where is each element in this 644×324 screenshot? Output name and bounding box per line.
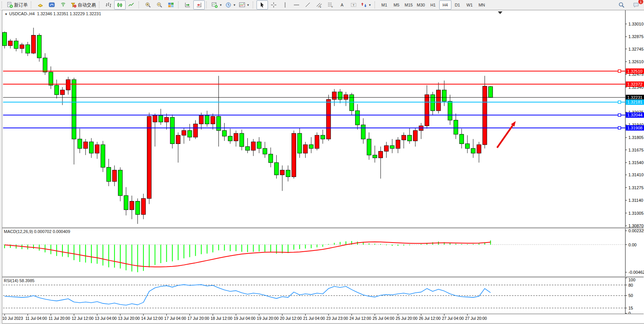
fibonacci-button[interactable]: F: [325, 0, 336, 10]
candle-body: [274, 163, 279, 175]
timeframe-d1[interactable]: D1: [451, 0, 464, 10]
price-tag-label: 1.32231: [627, 95, 642, 100]
candles: [3, 28, 493, 224]
timeframe-w1-label: W1: [466, 3, 473, 7]
candle-body: [170, 117, 174, 144]
trendline-button[interactable]: [302, 0, 314, 10]
vertical-line-button[interactable]: [279, 0, 291, 10]
candle-body: [211, 117, 215, 124]
candle-body: [8, 41, 13, 46]
timeframe-h4-label: H4: [443, 3, 448, 7]
macd-panel-plot[interactable]: 0.0023250.00-0.004624: [0, 228, 644, 276]
chevron-down-icon[interactable]: ▼: [219, 3, 222, 7]
line-chart-button[interactable]: [126, 0, 137, 10]
candle-body: [83, 142, 88, 148]
channel-icon: E: [316, 2, 322, 8]
equidistant-channel-button[interactable]: E: [314, 0, 325, 10]
chart-menu-icon[interactable]: ▼: [5, 13, 8, 16]
horizontal-line-button[interactable]: [291, 0, 302, 10]
candle-body: [124, 196, 128, 210]
time-tick-label: 18 Jul 12:00: [210, 316, 232, 321]
candlestick-button[interactable]: [114, 0, 126, 10]
autotrading-button[interactable]: 自动交易: [69, 0, 97, 10]
candle-body: [61, 90, 65, 94]
zoom-out-button[interactable]: [154, 0, 165, 10]
candle-body: [95, 145, 99, 153]
chart-shift-icon: [196, 2, 202, 8]
new-order-button[interactable]: 新订单: [5, 0, 29, 10]
periods-button[interactable]: ▼: [224, 0, 238, 10]
chart-shift-marker[interactable]: [498, 11, 502, 14]
candle-body: [251, 142, 255, 150]
candle-body: [367, 139, 371, 155]
main-chart-plot[interactable]: 1.330101.328751.327451.326101.324751.323…: [0, 10, 644, 227]
cursor-button[interactable]: [257, 0, 268, 10]
text-icon: A: [339, 2, 345, 8]
candle-body: [477, 145, 481, 153]
arrows-button[interactable]: ▼: [359, 0, 373, 10]
line-handle[interactable]: [618, 101, 621, 104]
text-label-button[interactable]: T: [348, 0, 359, 10]
notifications-button[interactable]: 1: [630, 0, 642, 10]
trend-arrow[interactable]: [497, 125, 513, 148]
time-tick-label: 27 Jul 20:00: [465, 316, 487, 321]
candle-body: [130, 201, 134, 210]
toolbar-grip[interactable]: [2, 2, 4, 8]
tile-windows-button[interactable]: [165, 0, 177, 10]
templates-button[interactable]: ▼: [238, 0, 251, 10]
candle-body: [373, 155, 377, 158]
chevron-down-icon[interactable]: ▼: [233, 3, 236, 7]
toolbar-grip[interactable]: [99, 2, 102, 8]
bar-chart-button[interactable]: [103, 0, 114, 10]
timeframe-m5[interactable]: M5: [391, 0, 403, 10]
indicators-button[interactable]: ▼: [210, 0, 224, 10]
time-axis[interactable]: 10 Jul 202311 Jul 04:0011 Jul 20:0012 Ju…: [0, 314, 644, 323]
timeframe-w1[interactable]: W1: [464, 0, 476, 10]
bar-chart-icon: [105, 2, 112, 8]
candle-body: [338, 92, 342, 99]
market-depth-button[interactable]: [35, 0, 46, 10]
text-button[interactable]: A: [336, 0, 348, 10]
chevron-down-icon[interactable]: ▼: [368, 3, 371, 7]
timeframe-mn[interactable]: MN: [476, 0, 488, 10]
auto-scroll-button[interactable]: [182, 0, 193, 10]
toolbar-grip[interactable]: [375, 2, 377, 8]
toolbar-grip[interactable]: [139, 2, 141, 8]
line-handle[interactable]: [618, 70, 621, 72]
timeframe-m15[interactable]: M15: [403, 0, 415, 10]
price-tick-label: 1.32610: [628, 59, 644, 64]
macd-tick-label: 0.002325: [628, 228, 644, 233]
timeframe-m1[interactable]: M1: [378, 0, 391, 10]
line-handle[interactable]: [618, 126, 621, 129]
chevron-down-icon[interactable]: ▼: [247, 3, 250, 7]
price-tick-label: 1.33010: [628, 22, 644, 26]
price-tick-label: 1.31005: [628, 211, 644, 215]
metaeditor-button[interactable]: [46, 0, 57, 10]
signals-button[interactable]: [57, 0, 69, 10]
toolbar-grip[interactable]: [253, 2, 255, 8]
candle-body: [350, 95, 354, 111]
candle-body: [396, 140, 400, 148]
signals-icon: [60, 2, 66, 8]
toolbar-grip[interactable]: [178, 2, 181, 8]
search-button[interactable]: [616, 0, 627, 10]
price-tick-label: 1.32875: [628, 34, 644, 39]
rsi-line: [5, 285, 491, 305]
candle-body: [49, 72, 53, 85]
candle-body: [78, 139, 82, 148]
candle-body: [72, 80, 76, 139]
timeframe-h1[interactable]: H1: [427, 0, 439, 10]
line-handle[interactable]: [618, 114, 621, 117]
toolbar-grip[interactable]: [206, 2, 209, 8]
zoom-in-button[interactable]: [142, 0, 154, 10]
rsi-panel-plot[interactable]: 1008050150: [0, 278, 644, 314]
crosshair-button[interactable]: [268, 0, 279, 10]
timeframe-m30[interactable]: M30: [415, 0, 427, 10]
timeframe-h4[interactable]: H4: [439, 0, 451, 10]
price-tag-label: 1.31908: [627, 126, 642, 130]
chart-shift-button[interactable]: [193, 0, 205, 10]
time-tick-label: 12 Jul 12:00: [72, 316, 93, 321]
candle-body: [240, 133, 244, 147]
timeframe-m15-label: M15: [405, 3, 413, 7]
toolbar-grip[interactable]: [31, 2, 33, 8]
